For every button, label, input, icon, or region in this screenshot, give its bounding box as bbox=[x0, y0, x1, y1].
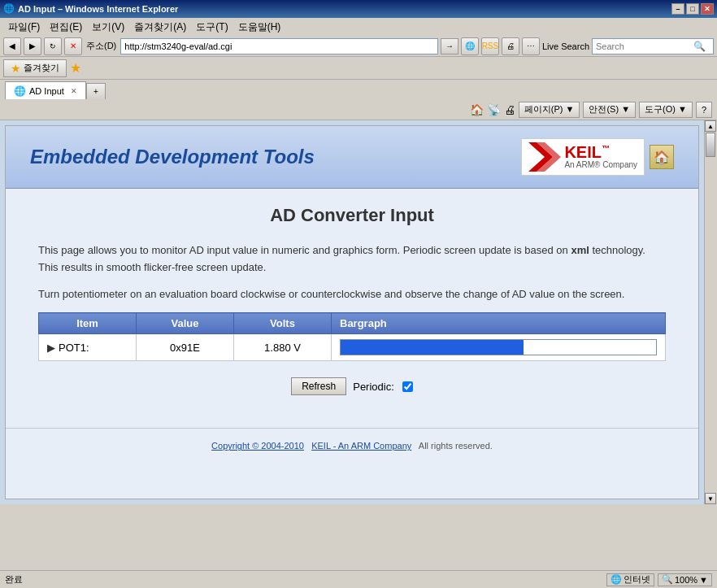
refresh-button[interactable]: Refresh bbox=[291, 377, 346, 395]
status-text: 완료 bbox=[5, 573, 23, 586]
title-bar: 🌐 AD Input – Windows Internet Explorer –… bbox=[0, 0, 717, 18]
close-button[interactable]: ✕ bbox=[701, 3, 714, 15]
header-title: Embedded Development Tools bbox=[30, 146, 315, 168]
scroll-up-button[interactable]: ▲ bbox=[705, 120, 716, 132]
maximize-button[interactable]: □ bbox=[686, 3, 699, 15]
row-item-name: POT1: bbox=[59, 342, 89, 354]
refresh-area: Refresh Periodic: bbox=[38, 377, 666, 395]
zone-label: 인터넷 bbox=[624, 573, 650, 586]
search-box: 🔍 bbox=[592, 38, 714, 54]
table-row: ▶ POT1: 0x91E 1.880 V bbox=[39, 334, 666, 361]
data-table: Item Value Volts Bargraph ▶ POT1: bbox=[38, 312, 666, 361]
address-label: 주소(D) bbox=[85, 40, 118, 52]
periodic-label: Periodic: bbox=[353, 381, 394, 393]
scroll-down-button[interactable]: ▼ bbox=[705, 493, 716, 504]
menu-tools[interactable]: 도구(T) bbox=[191, 19, 232, 36]
window-controls: – □ ✕ bbox=[671, 3, 714, 15]
menu-favorites[interactable]: 즐겨찾기(A) bbox=[129, 19, 191, 36]
toolbar: ★ 즐겨찾기 ★ bbox=[0, 57, 717, 80]
col-header-volts: Volts bbox=[234, 313, 332, 334]
print-page-icon[interactable]: 🖨 bbox=[504, 103, 515, 116]
more-nav-icon[interactable]: ⋯ bbox=[522, 37, 540, 55]
favorites-label: 즐겨찾기 bbox=[24, 62, 59, 74]
row-bargraph-cell bbox=[332, 334, 666, 361]
page-toolbar: 🏠 📡 🖨 페이지(P) ▼ 안전(S) ▼ 도구(O) ▼ ? bbox=[0, 99, 717, 120]
internet-icon: 🌐 bbox=[611, 574, 622, 585]
menu-edit[interactable]: 편집(E) bbox=[45, 19, 87, 36]
live-search-label: Live Search bbox=[542, 41, 589, 51]
page-description-1: This page allows you to monitor AD input… bbox=[38, 242, 666, 277]
favorites-manage-icon[interactable]: ★ bbox=[70, 60, 81, 76]
menu-help[interactable]: 도움말(H) bbox=[233, 19, 286, 36]
safety-menu-button[interactable]: 안전(S) ▼ bbox=[583, 102, 636, 118]
zoom-dropdown-icon: ▼ bbox=[699, 575, 708, 585]
tab-bar: 🌐 AD Input ✕ + bbox=[0, 80, 717, 99]
page-body: AD Converter Input This page allows you … bbox=[6, 189, 698, 428]
window-icon: 🌐 bbox=[3, 3, 15, 15]
address-input[interactable] bbox=[120, 38, 438, 54]
menu-file[interactable]: 파일(F) bbox=[3, 19, 45, 36]
page-description-2: Turn potentiometer on an evaluation boar… bbox=[38, 286, 666, 303]
refresh-nav-button[interactable]: ↻ bbox=[44, 37, 62, 55]
home-button[interactable]: 🏠 bbox=[470, 103, 484, 116]
row-value: 0x91E bbox=[137, 334, 234, 361]
tools-menu-button[interactable]: 도구(O) ▼ bbox=[639, 102, 693, 118]
keil-logo: KEIL™ An ARM® Company 🏠 bbox=[521, 138, 674, 176]
ie-icon: 🌐 bbox=[461, 37, 479, 55]
menu-view[interactable]: 보기(V) bbox=[87, 19, 129, 36]
tab-close-icon[interactable]: ✕ bbox=[71, 87, 77, 95]
back-button[interactable]: ◀ bbox=[3, 37, 21, 55]
row-expand-icon[interactable]: ▶ bbox=[47, 342, 55, 354]
col-header-bargraph: Bargraph bbox=[332, 313, 666, 334]
col-header-value: Value bbox=[137, 313, 234, 334]
menu-bar: 파일(F) 편집(E) 보기(V) 즐겨찾기(A) 도구(T) 도움말(H) bbox=[0, 18, 717, 36]
page-menu-button[interactable]: 페이지(P) ▼ bbox=[519, 102, 580, 118]
home-icon-button[interactable]: 🏠 bbox=[650, 145, 674, 169]
help-button[interactable]: ? bbox=[696, 102, 712, 118]
page-main-title: AD Converter Input bbox=[38, 205, 666, 226]
status-bar: 완료 🌐 인터넷 🔍 100% ▼ bbox=[0, 570, 717, 588]
keil-brand-text: KEIL™ bbox=[564, 144, 637, 160]
minimize-button[interactable]: – bbox=[671, 3, 684, 15]
footer-rights: All rights reserved. bbox=[419, 441, 493, 451]
forward-button[interactable]: ▶ bbox=[24, 37, 41, 55]
security-zone[interactable]: 🌐 인터넷 bbox=[606, 573, 654, 586]
search-icon[interactable]: 🔍 bbox=[693, 41, 706, 52]
browser-scroll-area: Embedded Development Tools KEIL™ bbox=[0, 120, 717, 504]
tab-ie-icon: 🌐 bbox=[14, 85, 26, 97]
zoom-control[interactable]: 🔍 100% ▼ bbox=[658, 573, 712, 586]
scroll-track bbox=[705, 132, 717, 493]
scroll-thumb[interactable] bbox=[706, 133, 715, 157]
tab-ad-input[interactable]: 🌐 AD Input ✕ bbox=[5, 81, 86, 99]
tab-label: AD Input bbox=[29, 86, 64, 96]
go-button[interactable]: → bbox=[441, 38, 458, 54]
company-link[interactable]: KEIL - An ARM Company bbox=[311, 441, 411, 451]
address-bar: ◀ ▶ ↻ ✕ 주소(D) → 🌐 RSS 🖨 ⋯ Live Search 🔍 bbox=[0, 36, 717, 57]
zoom-label: 100% bbox=[675, 575, 697, 585]
row-item-label: ▶ POT1: bbox=[39, 334, 137, 361]
row-volts: 1.880 V bbox=[234, 334, 332, 361]
favorites-button[interactable]: ★ 즐겨찾기 bbox=[3, 59, 67, 77]
stop-button[interactable]: ✕ bbox=[64, 37, 82, 55]
copyright-link[interactable]: Copyright © 2004-2010 bbox=[211, 441, 304, 451]
rss-feed-icon[interactable]: 📡 bbox=[487, 103, 501, 116]
keil-chevron-icon bbox=[528, 142, 561, 172]
footer-copyright: Copyright © 2004-2010 KEIL - An ARM Comp… bbox=[211, 441, 493, 451]
page-header: Embedded Development Tools KEIL™ bbox=[6, 126, 698, 189]
star-icon: ★ bbox=[11, 62, 21, 75]
page-footer: Copyright © 2004-2010 KEIL - An ARM Comp… bbox=[6, 428, 698, 463]
vertical-scrollbar[interactable]: ▲ ▼ bbox=[704, 120, 717, 504]
keil-subtitle: An ARM® Company bbox=[564, 160, 637, 170]
browser-frame: Embedded Development Tools KEIL™ bbox=[5, 125, 699, 499]
window-title: AD Input – Windows Internet Explorer bbox=[18, 4, 671, 14]
keil-logo-box: KEIL™ An ARM® Company bbox=[521, 138, 645, 176]
print-icon[interactable]: 🖨 bbox=[502, 37, 519, 55]
bargraph-fill bbox=[341, 340, 524, 355]
new-tab-button[interactable]: + bbox=[86, 83, 106, 99]
col-header-item: Item bbox=[39, 313, 137, 334]
bargraph-container bbox=[340, 339, 657, 355]
zoom-icon: 🔍 bbox=[662, 574, 673, 585]
search-input[interactable] bbox=[596, 41, 693, 51]
periodic-checkbox[interactable] bbox=[402, 381, 413, 392]
rss-icon[interactable]: RSS bbox=[481, 37, 499, 55]
